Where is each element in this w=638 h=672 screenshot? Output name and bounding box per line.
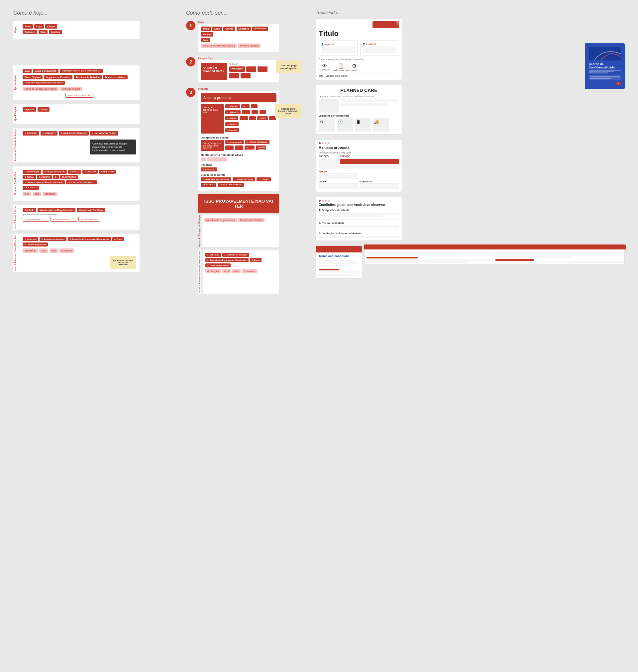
ob-3 — [225, 145, 234, 150]
spread-content — [367, 252, 623, 263]
s2-vantagens: Vantagens — [229, 66, 245, 72]
sidebar-capa: Capa — [13, 21, 19, 39]
dot2-2 — [322, 200, 324, 202]
step1-number: 1 — [186, 21, 196, 30]
nossa-proposta-box: A nossa proposta — [201, 93, 276, 102]
ci1-title: 1. Obrigações do cliente — [319, 209, 399, 212]
monit-title: Monitoramento Remoto de Ativos — [201, 153, 276, 156]
right-column: Traduzindo... Título 👤Ingersoll — [316, 10, 625, 294]
s2-tags: Vantagens — [229, 66, 276, 79]
terms-l4-red — [319, 269, 339, 270]
planned-care-box: O que é o Planned Care? — [201, 63, 227, 80]
prev-logo — [372, 21, 399, 28]
step1-content: Capa Título Logo Cliente Endereço Qualif… — [198, 21, 279, 52]
mid-annexb-footer: declaração local data assinatura — [205, 269, 276, 273]
prev-validade-label: validade da proposta — [326, 75, 348, 77]
dot2 — [322, 142, 324, 144]
cond-item2: 2. Responsabilidade — [319, 222, 399, 230]
preview-titulo: Título 👤Ingersoll 👤CLIENTE O que você — [316, 18, 402, 80]
section-capa: Capa Título Logo Cliente Endereço Data I… — [13, 21, 139, 39]
cond-right: 1. ESCOPO Â· 2. SERVIÇO — [225, 104, 276, 134]
main-container: Como é hoje... Capa Título Logo Cliente … — [0, 0, 638, 304]
contrato-row1: 1. ESCOPO 2. SERVIÇO 3. HORAS DE SERVIÇO… — [22, 131, 136, 136]
s2-que: O que é? — [229, 63, 276, 65]
right-title: Traduzindo... — [316, 10, 625, 15]
mb1: 1. Cobertura — [205, 253, 221, 257]
pc-vantagens-title: Vantagens do Planned Care — [319, 115, 399, 117]
anexob-row1: 1. Cobertura 2. Exclusão de Serviços 3. … — [22, 237, 136, 246]
tag-forma: forma de validade — [60, 87, 82, 91]
anexoa-note: que aparece antes e inclui o cliente por… — [22, 213, 136, 216]
monit-tags: ... ... — [201, 157, 276, 161]
tag-cliente: Cliente — [45, 24, 57, 29]
tag-1escopo: 1. ESCOPO — [22, 131, 39, 136]
qual-row1: Ingersoll Cliente — [22, 107, 136, 111]
acordo-footer — [589, 75, 621, 80]
isso-sub-cards: Anexo A: Escopo de Serviço Manutenção Re… — [198, 215, 279, 247]
acordo-btn: ▶ — [616, 82, 621, 85]
tag-t4: 4. ESCO PO — [82, 170, 98, 174]
pc-line2 — [341, 103, 387, 106]
step3-label: Proposta — [198, 88, 279, 90]
tag-aqueDoc: A que é documento — [33, 69, 58, 73]
step2-card: O que é o Planned Care? O que é? Vantage… — [198, 60, 279, 82]
step2-number: 2 — [186, 57, 196, 66]
s1-tempo: tempo de validade da proposta — [201, 44, 237, 48]
obrigacoes-title: Obrigações do cliente: — [201, 136, 276, 139]
tag-logo: Logo — [34, 24, 44, 29]
step1-card: Título Logo Cliente Endereço Qualificaçã… — [198, 24, 279, 52]
pc-text-area — [341, 99, 399, 113]
prop-garantia: GARANTIA — [359, 180, 399, 189]
acordo-lines — [589, 70, 621, 73]
r1: 5. RESCISÃO — [201, 168, 217, 171]
card-apresentacao: Data A que é documento Exploração sobre … — [19, 66, 139, 100]
m2: ... — [207, 157, 227, 161]
preview-proposta: A nossa proposta Condições especiais par… — [316, 139, 402, 192]
ob-5: 5. RESCISÃO — [245, 145, 254, 150]
tag-t9: 9. — [53, 175, 59, 179]
tag-data: Data — [38, 30, 48, 34]
tag-cliente2: Cliente — [37, 107, 49, 111]
spread-header — [364, 244, 626, 249]
prev-dates: data validade da proposta — [319, 73, 399, 77]
section-apresentacao: Apresentação Data A que é documento Expl… — [13, 66, 139, 100]
dot2-4 — [328, 200, 330, 202]
section-contrato: Contrato de Prestação de Serviço 1. ESCO… — [13, 128, 139, 162]
d5: 15. VOCÊ E ENGAJAMENTO — [218, 183, 244, 187]
sidebar-apresentacao: Apresentação — [13, 66, 19, 100]
prop-valor: VALOR — [319, 180, 358, 189]
termos-row3: 11. PARE E SIMULAÇÃO E ALIBILIDADE 12. L… — [22, 180, 136, 184]
rescisao-title: Rescisão — [201, 163, 276, 167]
tag-preco: Preço Original — [22, 75, 43, 80]
apres-row2: Preço Original Negócios de Produtos Técn… — [22, 75, 136, 85]
mbf1: declaração — [205, 269, 221, 273]
prev-ing-box — [321, 47, 355, 53]
callout-tabela: espaço para incluir a tabela de peças — [275, 104, 301, 118]
pc-line1 — [341, 99, 399, 102]
prop-row2: PRAZO — [319, 170, 399, 179]
disposicoes-title: Disposições Gerais — [201, 173, 276, 176]
spread-right — [496, 252, 623, 263]
anexob-footer: declaração local data assinatura — [22, 248, 136, 253]
cond-item3: 3. Limitação de Responsabilidade — [319, 232, 399, 238]
tag-t13: 13. AJUSTES — [22, 186, 39, 190]
prop-cond: Condições especiais para você — [319, 152, 399, 154]
card-termos: 1. remuneração 2. PEÇAS ORIGINAIS 3. PRA… — [19, 167, 139, 201]
tag-data3: data — [33, 192, 41, 196]
terms-title: Terms and conditions — [319, 255, 359, 258]
acordo-container: Acordo de Confidencialidade ▶ — [585, 43, 625, 89]
tag-2servico: 2. SERVIÇO — [40, 131, 57, 136]
step1-row1: Título Logo Cliente Endereço Qualificaçã… — [201, 27, 276, 36]
sp-l4 — [367, 259, 494, 261]
sidebar-anexo-b: Anexo B: Cobertura de Peças e Mão de Obr… — [13, 234, 19, 272]
terms-red-header — [316, 246, 362, 253]
tag-decl: declaração — [22, 248, 38, 253]
isso-label: Anexo A: Escopo de Serviço — [198, 215, 200, 247]
dots-row2 — [319, 200, 399, 202]
section-qualificacao: Qualificação Ingersoll Cliente — [13, 104, 139, 124]
dot4 — [328, 142, 330, 144]
termos-row2: 6. GERAL 8. CESSÃO 9. 10. IMPOSTOS — [22, 175, 136, 179]
prop-prazo: PRAZO — [319, 170, 358, 179]
obrigacoes-row: Condições gerais que você deve observar … — [201, 140, 276, 152]
isso-inner: Anexo A: Escopo de Serviço Manutenção Re… — [198, 215, 279, 247]
